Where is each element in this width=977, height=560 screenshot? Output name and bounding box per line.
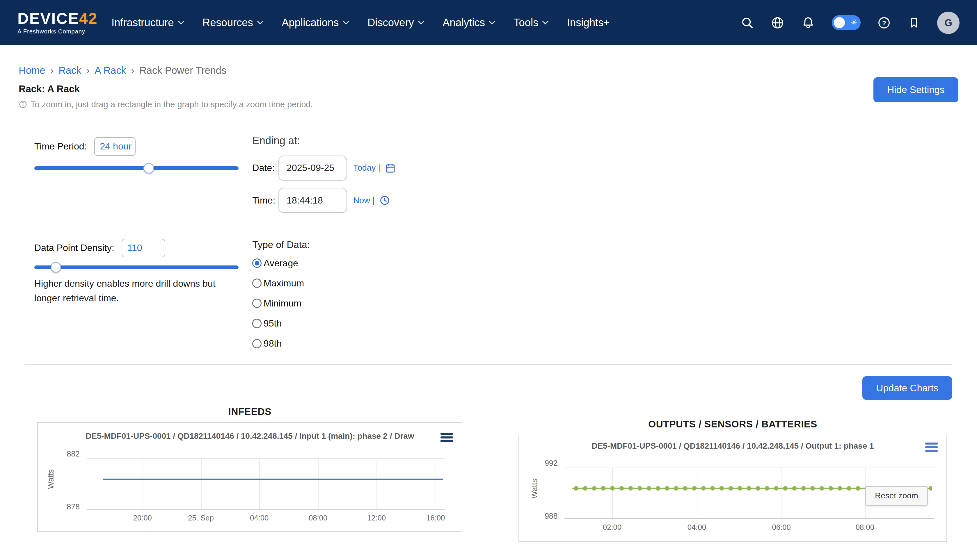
bell-icon[interactable] [801,16,815,30]
hide-settings-button[interactable]: Hide Settings [873,77,959,102]
page-header-left: Rack: A Rack To zoom in, just drag a rec… [18,83,313,109]
chevron-down-icon [343,18,349,25]
density-input[interactable] [122,239,165,257]
radio-98th[interactable]: 98th [252,338,309,349]
radio-maximum[interactable]: Maximum [252,278,309,289]
infeeds-chart-title: DE5-MDF01-UPS-0001 / QD1821140146 / 10.4… [38,423,462,441]
breadcrumb-current: Rack Power Trends [139,65,226,76]
breadcrumb-home[interactable]: Home [18,65,45,76]
nav-analytics[interactable]: Analytics [443,17,494,29]
search-icon[interactable] [741,16,754,29]
time-input[interactable] [279,188,347,213]
density-slider-thumb[interactable] [50,262,61,272]
zoom-hint: To zoom in, just drag a rectangle in the… [18,100,313,109]
reset-zoom-button[interactable]: Reset zoom [865,486,927,505]
settings-panel: Time Period: Ending at: Date: Today | [18,118,959,364]
update-charts-button[interactable]: Update Charts [862,376,952,400]
x-tick-label: 08:00 [309,514,327,522]
time-period-slider-thumb[interactable] [144,163,154,173]
info-icon [18,100,27,109]
time-row: Time: Now | [252,188,396,213]
density-slider[interactable] [34,265,239,269]
chevron-down-icon [542,18,548,25]
brand-text: DEVICE42 [17,11,98,27]
breadcrumb-a-rack[interactable]: A Rack [95,65,126,76]
x-tick-label: 12:00 [367,514,386,522]
breadcrumb-separator: › [45,65,59,76]
nav-insights[interactable]: Insights+ [567,17,610,29]
page: DEVICE42 A Freshworks Company Infrastruc… [0,0,977,560]
charts-row: INFEEDS DE5-MDF01-UPS-0001 / QD182114014… [18,406,959,542]
radio-icon [252,339,262,348]
radio-minimum[interactable]: Minimum [252,298,309,309]
density-block: Data Point Density: Higher density enabl… [34,239,239,306]
radio-selected-icon [252,258,262,268]
vertical-gridline [376,458,377,509]
vertical-gridline [612,468,613,518]
nav-tools[interactable]: Tools [514,17,548,29]
breadcrumb-separator: › [126,65,139,76]
nav-applications[interactable]: Applications [282,17,348,29]
bookmark-icon[interactable] [908,17,920,29]
calendar-icon[interactable] [385,163,396,174]
density-help-text: Higher density enables more drill downs … [34,277,234,306]
navbar-actions: ☀ ? G [741,12,960,34]
x-tick-label: 25. Sep [188,514,214,522]
clock-icon[interactable] [379,195,391,206]
chevron-down-icon [257,18,263,25]
date-label: Date: [252,163,279,173]
type-of-data-block: Type of Data: Average Maximum Minimum [252,239,309,358]
svg-text:?: ? [882,19,886,27]
main-menu: Infrastructure Resources Applications Di… [112,17,610,29]
nav-infrastructure[interactable]: Infrastructure [112,17,183,29]
vertical-gridline [782,468,782,518]
vertical-gridline [318,458,319,509]
chart-menu-icon[interactable] [441,433,453,442]
top-navbar: DEVICE42 A Freshworks Company Infrastruc… [0,0,977,45]
globe-icon[interactable] [771,16,784,30]
infeeds-chart-section: INFEEDS DE5-MDF01-UPS-0001 / QD182114014… [37,406,462,532]
device42-logo[interactable]: DEVICE42 A Freshworks Company [17,11,98,35]
toggle-knob [834,17,845,28]
page-content: Home › Rack › A Rack › Rack Power Trends… [0,65,977,542]
y-tick-label: 882 [51,450,80,458]
avatar[interactable]: G [937,12,960,34]
density-label: Data Point Density: [34,242,114,253]
ending-at-heading: Ending at: [252,135,396,147]
x-tick-label: 08:00 [856,523,874,532]
radio-icon [252,319,262,328]
x-tick-label: 04:00 [250,514,269,522]
divider [25,364,952,365]
vertical-gridline [436,458,436,509]
infeeds-x-axis: 20:00 25. Sep 04:00 08:00 12:00 16:00 [87,514,445,522]
chevron-down-icon [489,18,495,25]
time-period-slider[interactable] [34,166,239,170]
page-header: Rack: A Rack To zoom in, just drag a rec… [18,83,959,109]
outputs-chart: DE5-MDF01-UPS-0001 / QD1821140146 / 10.4… [518,435,947,542]
infeeds-section-title: INFEEDS [37,406,462,417]
outputs-chart-title: DE5-MDF01-UPS-0001 / QD1821140146 / 10.4… [519,435,947,451]
chevron-down-icon [418,18,424,25]
radio-average[interactable]: Average [252,258,309,269]
breadcrumb-rack[interactable]: Rack [58,65,81,76]
nav-resources[interactable]: Resources [202,17,262,29]
time-period-input[interactable] [94,137,135,156]
now-link[interactable]: Now | [353,196,374,205]
infeeds-chart-plot[interactable] [87,458,445,510]
x-tick-label: 02:00 [603,523,621,532]
page-title: Rack: A Rack [18,83,313,95]
nav-discovery[interactable]: Discovery [367,17,423,29]
date-input[interactable] [279,155,347,180]
theme-toggle[interactable]: ☀ [832,15,861,30]
x-tick-label: 06:00 [772,523,791,532]
help-icon[interactable]: ? [877,16,891,30]
zoom-hint-text: To zoom in, just drag a rectangle in the… [30,100,313,109]
chart-menu-icon[interactable] [925,443,938,452]
date-row: Date: Today | [252,155,396,180]
breadcrumb: Home › Rack › A Rack › Rack Power Trends [18,65,959,76]
radio-icon [252,298,262,308]
radio-95th[interactable]: 95th [252,318,309,329]
today-link[interactable]: Today | [353,163,380,173]
x-tick-label: 16:00 [426,514,445,522]
radio-icon [252,278,262,288]
